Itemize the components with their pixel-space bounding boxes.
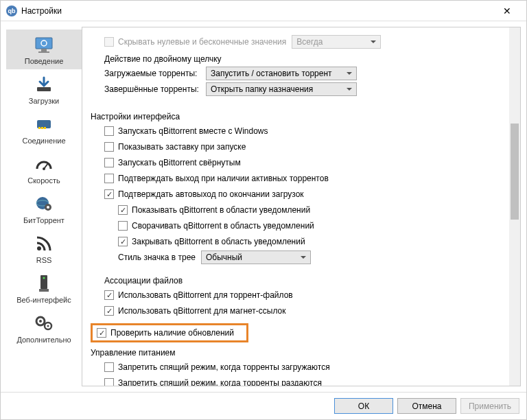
- svg-rect-0: [36, 38, 52, 49]
- ok-button[interactable]: ОК: [334, 398, 393, 414]
- prevent-sleep-dl-label: Запретить спящий режим, когда торренты з…: [118, 362, 330, 372]
- show-splash-label: Показывать заставку при запуске: [118, 142, 246, 152]
- connection-icon: [33, 113, 55, 135]
- monitor-icon: [33, 34, 55, 56]
- row-tray-style: Стиль значка в трее Обычный: [118, 250, 512, 264]
- svg-point-22: [47, 325, 49, 327]
- settings-window: qb Настройки ✕ Поведение Загрузки: [0, 0, 527, 420]
- sidebar-label: RSS: [36, 256, 52, 264]
- show-tray-label: Показывать qBittorrent в области уведомл…: [132, 205, 310, 215]
- svg-rect-4: [37, 87, 51, 91]
- scrollbar-thumb[interactable]: [511, 124, 519, 220]
- scrollbar[interactable]: [509, 27, 520, 386]
- hide-zero-checkbox[interactable]: [104, 37, 114, 47]
- sidebar-item-webui[interactable]: Веб-интерфейс: [6, 268, 82, 308]
- titlebar: qb Настройки ✕: [1, 1, 526, 21]
- tray-style-dropdown[interactable]: Обычный: [201, 250, 311, 264]
- prevent-sleep-seed-label: Запретить спящий режим, когда торренты р…: [118, 378, 322, 386]
- confirm-exit-checkbox[interactable]: [104, 174, 114, 183]
- svg-rect-7: [41, 127, 43, 129]
- sidebar-label: Веб-интерфейс: [16, 296, 71, 304]
- minimize-tray-label: Сворачивать qBittorrent в область уведом…: [132, 221, 314, 231]
- sidebar-item-advanced[interactable]: Дополнительно: [6, 308, 82, 348]
- confirm-exit-label: Подтверждать выход при наличии активных …: [118, 174, 329, 183]
- interface-settings-section: Настройки интерфейса: [91, 112, 512, 121]
- svg-rect-17: [39, 289, 49, 292]
- sidebar-label: Загрузки: [29, 97, 59, 105]
- globe-gear-icon: [33, 193, 55, 215]
- cancel-button[interactable]: Отмена: [397, 398, 456, 414]
- sidebar-label: Дополнительно: [16, 336, 71, 344]
- assoc-magnet-checkbox[interactable]: [104, 306, 114, 316]
- confirm-autoexit-checkbox[interactable]: [104, 189, 114, 199]
- hide-zero-label: Скрывать нулевые и бесконечные значения: [118, 37, 286, 47]
- main-panel: Скрывать нулевые и бесконечные значения …: [82, 27, 521, 386]
- svg-rect-6: [38, 127, 40, 129]
- server-icon: [33, 272, 55, 294]
- double-click-section: Действие по двойному щелчку: [104, 54, 512, 64]
- sidebar-label: Соединение: [22, 137, 65, 145]
- power-mgmt-section: Управление питанием: [91, 348, 512, 358]
- check-updates-highlight: Проверить наличие обновлений: [91, 323, 248, 342]
- close-tray-label: Закрывать qBittorrent в область уведомле…: [132, 237, 305, 246]
- row-completed: Завершённые торренты: Открыть папку назн…: [104, 82, 512, 96]
- speed-icon: [33, 153, 55, 175]
- sidebar-label: Поведение: [25, 57, 64, 65]
- svg-rect-2: [38, 51, 49, 53]
- start-minimized-checkbox[interactable]: [104, 158, 114, 167]
- assoc-magnet-label: Использовать qBittorrent для магнет-ссыл…: [118, 306, 285, 316]
- sidebar-item-bittorrent[interactable]: БитТоррент: [6, 189, 82, 229]
- assoc-torrent-checkbox[interactable]: [104, 290, 114, 300]
- prevent-sleep-seed-checkbox[interactable]: [104, 378, 114, 386]
- show-tray-checkbox[interactable]: [118, 205, 128, 215]
- sidebar-label: Скорость: [27, 176, 60, 185]
- show-splash-checkbox[interactable]: [104, 142, 114, 152]
- start-minimized-label: Запускать qBittorrent свёрнутым: [118, 158, 241, 167]
- check-updates-checkbox[interactable]: [97, 328, 106, 338]
- row-downloading: Загружаемые торренты: Запустить / остано…: [104, 67, 512, 80]
- sidebar-item-speed[interactable]: Скорость: [6, 149, 82, 189]
- close-button[interactable]: ✕: [493, 1, 521, 21]
- confirm-autoexit-label: Подтверждать автовыход по окончании загр…: [118, 189, 304, 199]
- gears-icon: [33, 312, 55, 334]
- svg-point-10: [43, 167, 45, 170]
- sidebar-item-downloads[interactable]: Загрузки: [6, 69, 82, 109]
- app-icon: qb: [6, 5, 17, 16]
- svg-point-20: [39, 320, 42, 323]
- download-icon: [33, 73, 55, 95]
- svg-rect-8: [44, 127, 46, 129]
- start-with-windows-checkbox[interactable]: [104, 126, 114, 136]
- completed-label: Завершённые торренты:: [104, 84, 200, 94]
- close-tray-checkbox[interactable]: [118, 237, 128, 246]
- start-with-windows-label: Запускать qBittorrent вместе с Windows: [118, 126, 268, 136]
- apply-button[interactable]: Применить: [460, 398, 519, 414]
- svg-point-14: [47, 206, 49, 209]
- tray-style-label: Стиль значка в трее: [118, 253, 196, 262]
- file-assoc-section: Ассоциации файлов: [104, 276, 512, 285]
- svg-point-15: [37, 246, 41, 250]
- sidebar-item-behavior[interactable]: Поведение: [6, 30, 82, 69]
- sidebar: Поведение Загрузки Соединение Скорость: [6, 27, 82, 386]
- svg-point-18: [43, 277, 45, 279]
- always-dropdown[interactable]: Всегда: [292, 35, 381, 49]
- row-hide-zero: Скрывать нулевые и бесконечные значения …: [104, 35, 512, 49]
- downloading-label: Загружаемые торренты:: [104, 69, 200, 78]
- check-updates-label: Проверить наличие обновлений: [110, 328, 234, 338]
- assoc-torrent-label: Использовать qBittorrent для торрент-фай…: [118, 290, 293, 300]
- rss-icon: [33, 233, 55, 255]
- footer: ОК Отмена Применить: [1, 392, 526, 419]
- sidebar-item-connection[interactable]: Соединение: [6, 109, 82, 149]
- content: Поведение Загрузки Соединение Скорость: [1, 21, 526, 392]
- svg-rect-1: [41, 49, 47, 51]
- completed-dropdown[interactable]: Открыть папку назначения: [206, 82, 357, 96]
- sidebar-label: БитТоррент: [23, 216, 65, 224]
- downloading-dropdown[interactable]: Запустить / остановить торрент: [206, 67, 357, 80]
- prevent-sleep-dl-checkbox[interactable]: [104, 362, 114, 372]
- window-title: Настройки: [21, 6, 493, 16]
- sidebar-item-rss[interactable]: RSS: [6, 229, 82, 268]
- minimize-tray-checkbox[interactable]: [118, 221, 128, 231]
